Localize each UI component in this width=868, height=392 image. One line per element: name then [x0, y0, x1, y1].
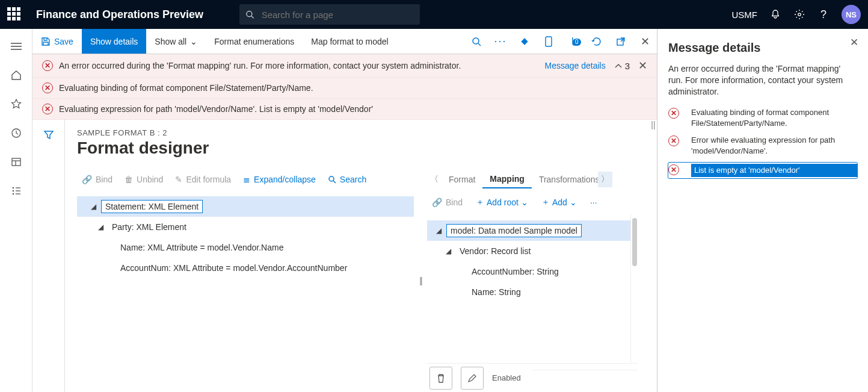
app-title: Finance and Operations Preview	[36, 8, 203, 21]
unbind-button: 🗑Unbind	[120, 172, 168, 187]
format-enumerations-button[interactable]: Format enumerations	[206, 29, 303, 54]
mapping-tree[interactable]: ◢model: Data model Sample model ◢Vendor:…	[427, 220, 630, 363]
search-label: Search	[340, 175, 366, 184]
search-box[interactable]	[239, 4, 420, 25]
tree-node[interactable]: AccountNum: XML Attribute = model.Vendor…	[77, 258, 414, 278]
edit-button[interactable]	[461, 367, 484, 390]
caret-icon[interactable]: ◢	[431, 226, 446, 235]
add-button[interactable]: ＋Add⌄	[537, 194, 582, 210]
close-icon[interactable]: ✕	[850, 36, 858, 49]
link-icon: 🔗	[82, 175, 92, 184]
add-root-label: Add root	[487, 198, 519, 207]
message-item[interactable]: ✕ Error while evaluating expression for …	[668, 135, 857, 157]
attach-icon[interactable]: 0	[561, 36, 585, 47]
close-icon[interactable]: ✕	[638, 59, 647, 72]
show-details-label: Show details	[90, 37, 138, 46]
find-icon[interactable]	[464, 37, 488, 46]
panel-title: Message details	[668, 41, 857, 55]
tree-node[interactable]: ◢Vendor: Record list	[427, 241, 630, 261]
enabled-field[interactable]	[532, 370, 638, 387]
phone-icon[interactable]	[537, 36, 561, 47]
home-icon[interactable]	[10, 69, 23, 82]
map-format-button[interactable]: Map format to model	[303, 29, 396, 54]
svg-rect-18	[521, 38, 528, 45]
edit-formula-button: ✎Edit formula	[170, 172, 236, 187]
plus-icon: ＋	[476, 197, 484, 208]
avatar[interactable]: NS	[842, 5, 861, 24]
gear-icon[interactable]	[793, 8, 805, 20]
error-icon: ✕	[42, 104, 53, 114]
refresh-icon[interactable]	[585, 36, 609, 47]
pencil-icon	[467, 373, 477, 383]
tab-scroll-left[interactable]: 〈	[427, 172, 442, 187]
popout-icon[interactable]	[609, 37, 633, 46]
svg-point-21	[329, 176, 334, 181]
delete-button[interactable]	[429, 367, 452, 390]
close-form-icon[interactable]: ✕	[633, 35, 657, 48]
message-text: Error while evaluating expression for pa…	[691, 135, 857, 157]
caret-icon[interactable]: ◢	[440, 247, 456, 255]
search-input[interactable]	[260, 9, 414, 20]
svg-rect-19	[546, 37, 552, 46]
tree-node[interactable]: ◢Party: XML Element	[77, 217, 414, 237]
add-root-button[interactable]: ＋Add root⌄	[471, 194, 533, 210]
splitter[interactable]	[414, 169, 427, 392]
company-code[interactable]: USMF	[732, 10, 758, 20]
top-bar: Finance and Operations Preview USMF ? NS	[0, 0, 868, 29]
show-details-button[interactable]: Show details	[82, 29, 146, 54]
chevron-down-icon: ⌄	[521, 198, 528, 207]
diamond-icon[interactable]	[512, 36, 537, 47]
plus-icon: ＋	[541, 197, 550, 208]
tree-node[interactable]: Name: XML Attribute = model.Vendor.Name	[77, 237, 414, 258]
right-splitter[interactable]: ||	[650, 120, 657, 392]
caret-icon[interactable]: ◢	[93, 223, 108, 231]
show-all-button[interactable]: Show all ⌄	[146, 29, 206, 54]
scrollbar[interactable]	[630, 214, 638, 363]
filter-icon[interactable]	[43, 129, 54, 392]
error-collapse[interactable]: 3	[614, 61, 630, 71]
error-text: Evaluating binding of format component F…	[59, 83, 313, 93]
svg-rect-7	[12, 158, 20, 166]
bell-icon[interactable]	[769, 8, 781, 20]
tree-node[interactable]: AccountNumber: String	[427, 261, 630, 282]
message-text: List is empty at 'model/Vendor'	[691, 164, 857, 177]
overflow-icon[interactable]: ···	[585, 195, 602, 210]
trash-icon: 🗑	[125, 175, 133, 184]
search-button[interactable]: Search	[323, 172, 371, 187]
chevron-up-icon	[614, 63, 623, 69]
clock-icon[interactable]	[10, 126, 23, 140]
caret-icon[interactable]: ◢	[85, 202, 101, 211]
node-label: AccountNumber: String	[468, 266, 562, 278]
star-icon[interactable]	[10, 98, 23, 111]
error-icon: ✕	[668, 164, 679, 175]
tab-scroll-right[interactable]: 〉	[598, 172, 612, 187]
expand-label: Expand/collapse	[254, 175, 316, 184]
list-icon: ≣	[243, 175, 250, 184]
expand-collapse-button[interactable]: ≣Expand/collapse	[238, 172, 321, 187]
hamburger-icon[interactable]	[10, 40, 23, 53]
tab-format[interactable]: Format	[442, 171, 482, 188]
svg-point-11	[12, 190, 14, 192]
add-label: Add	[552, 198, 567, 207]
modules-icon[interactable]	[10, 184, 23, 198]
format-tree[interactable]: ◢Statement: XML Element ◢Party: XML Elem…	[77, 196, 414, 278]
node-label: Party: XML Element	[108, 221, 190, 233]
format-pane: 🔗Bind 🗑Unbind ✎Edit formula ≣Expand/coll…	[77, 169, 414, 392]
tree-node[interactable]: Name: String	[427, 282, 630, 302]
message-item[interactable]: ✕ Evaluating binding of format component…	[668, 107, 857, 129]
tree-node[interactable]: ◢Statement: XML Element	[77, 196, 414, 217]
tree-node[interactable]: ◢model: Data model Sample model	[427, 220, 630, 241]
error-icon: ✕	[42, 82, 53, 93]
search-icon	[328, 175, 336, 184]
tab-transformations[interactable]: Transformations	[532, 171, 598, 188]
bind-button: 🔗Bind	[77, 172, 117, 187]
message-details-link[interactable]: Message details	[544, 61, 605, 70]
tab-mapping[interactable]: Mapping	[482, 170, 532, 188]
message-item[interactable]: ✕ List is empty at 'model/Vendor'	[668, 163, 857, 178]
error-icon: ✕	[42, 60, 53, 71]
workspace-icon[interactable]	[10, 155, 23, 169]
help-icon[interactable]: ?	[817, 8, 830, 20]
overflow-icon[interactable]: ···	[488, 35, 512, 48]
save-button[interactable]: Save	[32, 29, 82, 54]
app-launcher-icon[interactable]	[7, 7, 22, 22]
